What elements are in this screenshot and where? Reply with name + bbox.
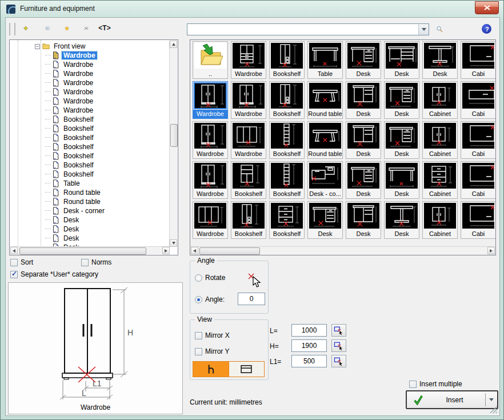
- grid-cell[interactable]: Bookshelf: [269, 201, 305, 239]
- tree-item[interactable]: Round table: [10, 197, 170, 206]
- grid-cell[interactable]: Cabi: [461, 201, 496, 239]
- sort-checkbox[interactable]: [10, 259, 18, 266]
- insert-dropdown-arrow[interactable]: [486, 398, 497, 401]
- grid-cell[interactable]: Desk: [384, 201, 419, 239]
- tree-vertical-scrollbar[interactable]: [169, 41, 177, 247]
- mirror-x-row[interactable]: Mirror X: [195, 331, 230, 339]
- param-h-pick-button[interactable]: [331, 339, 346, 352]
- tree-item[interactable]: Wardrobe: [10, 51, 170, 60]
- parent-folder-cell[interactable]: ..: [193, 41, 228, 79]
- angle-input[interactable]: [238, 293, 265, 305]
- grid-cell[interactable]: Cabinet: [422, 81, 458, 119]
- resize-grip[interactable]: [490, 406, 498, 414]
- grid-cell[interactable]: Cabinet: [422, 161, 458, 199]
- scroll-left-button[interactable]: [10, 247, 18, 254]
- grid-cell[interactable]: Cabinet: [422, 201, 458, 239]
- grid-cell[interactable]: Desk - co...: [307, 161, 343, 199]
- tree-item[interactable]: Desk: [10, 234, 170, 243]
- titlebar[interactable]: Furniture and equipment: [1, 1, 503, 17]
- angle-radio-row[interactable]: Angle:: [195, 295, 225, 303]
- tree-item[interactable]: Wardrobe: [10, 69, 170, 78]
- collapse-toggle[interactable]: −: [35, 44, 40, 49]
- grid-cell[interactable]: Desk: [384, 121, 419, 159]
- param-h-input[interactable]: [291, 339, 327, 352]
- rotate-radio-row[interactable]: Rotate: [195, 274, 225, 282]
- scroll-right-button[interactable]: [162, 247, 170, 254]
- search-input[interactable]: [187, 24, 418, 35]
- tree-item[interactable]: Round table: [10, 188, 170, 197]
- tree-item[interactable]: Bookshelf: [10, 142, 170, 151]
- tree-item[interactable]: Wardrobe: [10, 106, 170, 115]
- param-l-input[interactable]: [291, 324, 327, 337]
- grid-cell[interactable]: Bookshelf: [269, 121, 305, 159]
- top-view-button[interactable]: [229, 362, 265, 377]
- toolbar-drag-handle[interactable]: [9, 23, 15, 35]
- grid-cell[interactable]: Bookshelf: [269, 161, 305, 199]
- grid-cell[interactable]: Wardrobe: [231, 121, 266, 159]
- tree-item[interactable]: Desk: [10, 215, 170, 225]
- grid-cell[interactable]: Bookshelf: [269, 81, 305, 119]
- tree-item[interactable]: Bookshelf: [10, 124, 170, 133]
- grid-cell[interactable]: Desk: [346, 201, 381, 239]
- grid-cell[interactable]: Desk: [384, 161, 419, 199]
- sort-checkbox-row[interactable]: Sort: [10, 258, 33, 266]
- tree-item[interactable]: Bookshelf: [10, 133, 170, 142]
- mirror-y-row[interactable]: Mirror Y: [195, 347, 229, 355]
- param-l1-pick-button[interactable]: [331, 355, 346, 367]
- grid-cell[interactable]: Cabi: [461, 41, 496, 79]
- grid-cell[interactable]: Wardrobe: [231, 81, 266, 119]
- close-button[interactable]: [475, 1, 499, 14]
- tree-item[interactable]: Wardrobe: [10, 87, 170, 97]
- mirror-x-checkbox[interactable]: [195, 332, 202, 339]
- grid-cell[interactable]: Cabi: [461, 121, 496, 159]
- grid-cell[interactable]: Wardrobe: [231, 41, 266, 79]
- tree-item[interactable]: Table: [10, 179, 170, 188]
- scrollbar-thumb[interactable]: [170, 124, 178, 147]
- search-button[interactable]: [433, 23, 446, 37]
- angle-radio[interactable]: [195, 296, 202, 303]
- tree-item[interactable]: Bookshelf: [10, 115, 170, 124]
- scroll-right-button[interactable]: [487, 247, 495, 254]
- scrollbar-thumb[interactable]: [19, 247, 146, 255]
- grid-cell[interactable]: Desk: [384, 41, 419, 79]
- rotate-radio[interactable]: [195, 274, 202, 282]
- tree-item[interactable]: Desk: [10, 225, 170, 234]
- tree-item[interactable]: Wardrobe: [10, 97, 170, 106]
- separate-user-checkbox[interactable]: [10, 271, 18, 278]
- tree-item[interactable]: Desk - corner: [10, 206, 170, 215]
- grid-cell[interactable]: Desk: [346, 41, 381, 79]
- details-view-button[interactable]: [41, 22, 54, 34]
- scroll-left-button[interactable]: [191, 247, 198, 254]
- grid-cell[interactable]: Desk: [384, 81, 419, 119]
- favorites-button[interactable]: [61, 22, 73, 34]
- grid-cell[interactable]: Cabi: [461, 81, 496, 119]
- grid-cell[interactable]: Desk: [307, 201, 343, 239]
- insert-multiple-row[interactable]: Insert multiple: [409, 380, 462, 388]
- text-style-button[interactable]: <T>: [96, 22, 113, 34]
- insert-multiple-checkbox[interactable]: [409, 381, 417, 388]
- insert-button[interactable]: Insert: [406, 390, 498, 409]
- grid-cell[interactable]: Round table: [307, 81, 343, 119]
- grid-cell[interactable]: Table: [307, 41, 343, 79]
- grid-cell[interactable]: Cabinet: [422, 121, 458, 159]
- grid-cell[interactable]: Bookshelf: [231, 161, 266, 199]
- grid-cell[interactable]: Desk: [346, 161, 381, 199]
- grid-cell[interactable]: Bookshelf: [269, 41, 305, 79]
- scroll-down-button[interactable]: [170, 239, 177, 247]
- grid-cell[interactable]: Round table: [307, 121, 343, 159]
- grid-cell[interactable]: Bookshelf: [231, 201, 266, 239]
- param-l1-input[interactable]: [291, 355, 327, 367]
- tree-horizontal-scrollbar[interactable]: [10, 246, 170, 254]
- tree-item[interactable]: Bookshelf: [10, 161, 170, 170]
- tree-item[interactable]: Bookshelf: [10, 170, 170, 179]
- mirror-y-checkbox[interactable]: [195, 348, 202, 355]
- grid-cell[interactable]: Wardrobe: [193, 201, 228, 239]
- block-grid[interactable]: ..WardrobeBookshelfTableDeskDeskDeskCabi…: [190, 39, 496, 255]
- grid-cell[interactable]: Wardrobe: [193, 81, 228, 119]
- tree-item[interactable]: Wardrobe: [10, 78, 170, 87]
- norms-checkbox-row[interactable]: Norms: [81, 258, 111, 266]
- search-dropdown-button[interactable]: [418, 24, 429, 35]
- grid-cell[interactable]: Desk: [346, 121, 381, 159]
- help-button[interactable]: ?: [482, 24, 491, 34]
- grid-cell[interactable]: Wardrobe: [193, 121, 228, 159]
